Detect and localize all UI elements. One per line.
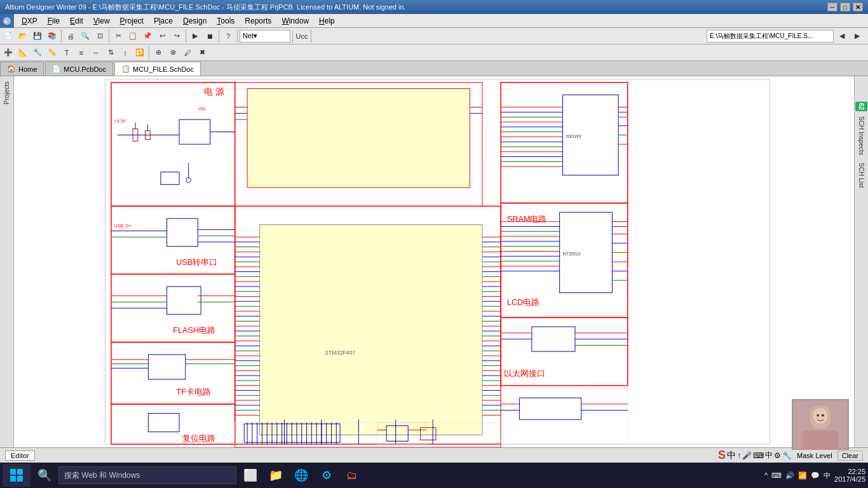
- title-bar: Altium Designer Winter 09 - E:\马帧数据采集工程\…: [0, 0, 868, 14]
- tb-cut[interactable]: ✂: [111, 29, 125, 43]
- tab-pcb-label: MCU.PcbDoc: [64, 65, 106, 73]
- tray-lang[interactable]: 中: [824, 471, 831, 480]
- tb-new[interactable]: 📄: [1, 29, 15, 43]
- mask-level-label: Mask Level: [797, 452, 832, 459]
- clock: 22:25 2017/4/25: [834, 468, 865, 483]
- tb-run[interactable]: ▶: [188, 29, 202, 43]
- taskbar-settings[interactable]: ⚙: [315, 464, 338, 487]
- svg-text:SRAM电路: SRAM电路: [507, 215, 547, 224]
- minimize-button[interactable]: ─: [827, 3, 837, 11]
- sch-inspects-label[interactable]: SCH Inspects: [857, 114, 866, 158]
- svg-point-227: [822, 414, 824, 417]
- tb2-8[interactable]: ⇅: [104, 46, 118, 60]
- svg-rect-47: [247, 88, 470, 187]
- pcb-icon: 📄: [52, 65, 61, 73]
- tb-path-dropdown[interactable]: E:\马帧数据采集工程\MCU_FILE.S...: [707, 30, 834, 43]
- taskbar-explorer[interactable]: 📁: [264, 464, 287, 487]
- menu-help[interactable]: Help: [314, 15, 340, 27]
- tab-home[interactable]: 🏠 Home: [0, 62, 44, 76]
- tray-network[interactable]: 📶: [798, 471, 807, 480]
- tb-print[interactable]: 🖨: [64, 29, 78, 43]
- tray-msg[interactable]: 💬: [811, 471, 820, 480]
- canvas-area[interactable]: 电 源 +3.3V +5V USB转串口: [14, 76, 858, 447]
- menu-dxp[interactable]: DXP: [17, 15, 43, 27]
- svg-point-226: [817, 414, 819, 417]
- tb2-12[interactable]: ⊗: [166, 46, 180, 60]
- menu-tools[interactable]: Tools: [212, 15, 240, 27]
- tray-volume[interactable]: 🔊: [785, 471, 794, 480]
- sidebar-projects[interactable]: Projects: [2, 79, 11, 107]
- tb2-13[interactable]: 🖊: [180, 46, 194, 60]
- menu-file[interactable]: File: [43, 15, 65, 27]
- taskbar-search[interactable]: 🔍: [33, 464, 56, 487]
- tb-dropdown1[interactable]: Net▾: [240, 30, 290, 43]
- tb2-9[interactable]: ↕: [118, 46, 132, 60]
- tab-sch-label: MCU_FILE.SchDoc: [133, 65, 194, 73]
- svg-point-225: [813, 408, 828, 424]
- tb-copy[interactable]: 📋: [126, 29, 140, 43]
- tb2-6[interactable]: ≡: [74, 46, 88, 60]
- tb-nav-back[interactable]: ◀: [835, 29, 849, 43]
- tb-save[interactable]: 💾: [31, 29, 44, 43]
- svg-text:USB_D+: USB_D+: [114, 224, 132, 229]
- svg-text:复位电路: 复位电路: [182, 434, 215, 443]
- ime-arrow-icon[interactable]: ↑: [737, 451, 741, 460]
- menu-view[interactable]: View: [88, 15, 115, 27]
- tb-zoom[interactable]: 🔍: [78, 29, 92, 43]
- sch-inspects-badge[interactable]: 62: [855, 102, 867, 111]
- tray-caret[interactable]: ^: [764, 471, 768, 479]
- tb2-10[interactable]: 🔁: [133, 46, 147, 60]
- tb2-7[interactable]: ↔: [89, 46, 103, 60]
- search-box[interactable]: 搜索 Web 和 Windows: [58, 466, 236, 484]
- tb-paste[interactable]: 📌: [140, 29, 154, 43]
- taskbar-task-view[interactable]: ⬜: [239, 464, 262, 487]
- start-button[interactable]: [3, 464, 31, 487]
- close-button[interactable]: ✕: [853, 3, 863, 11]
- tb-help[interactable]: ?: [221, 29, 235, 43]
- right-panel-tabs: 62 SCH Inspects SCH List: [854, 76, 868, 447]
- tb-zoomfit[interactable]: ⊡: [93, 29, 107, 43]
- tray-keyboard[interactable]: ⌨: [771, 471, 782, 480]
- tb-save-all[interactable]: 📚: [45, 29, 59, 43]
- tb2-5[interactable]: T: [60, 46, 74, 60]
- maximize-button[interactable]: □: [840, 3, 850, 11]
- editor-tab[interactable]: Editor: [5, 451, 35, 461]
- clear-button[interactable]: Clear: [837, 451, 863, 461]
- menu-edit[interactable]: Edit: [65, 15, 88, 27]
- tb-stop[interactable]: ⏹: [203, 29, 217, 43]
- sch-list-label[interactable]: SCH List: [857, 160, 866, 190]
- sch-icon: 📋: [121, 65, 130, 73]
- tb-open[interactable]: 📂: [16, 29, 30, 43]
- taskbar-browser[interactable]: 🌐: [290, 464, 313, 487]
- svg-rect-230: [10, 476, 16, 482]
- ime-zh-icon[interactable]: 中: [727, 450, 736, 461]
- ime-mic-icon[interactable]: 🎤: [742, 451, 752, 460]
- svg-text:电 源: 电 源: [204, 87, 224, 97]
- tab-pcb[interactable]: 📄 MCU.PcbDoc: [45, 62, 113, 76]
- tb2-11[interactable]: ⊕: [151, 46, 165, 60]
- tb-redo[interactable]: ↪: [170, 29, 184, 43]
- tb2-14[interactable]: ✖: [195, 46, 209, 60]
- tb-extra1[interactable]: Ucc: [295, 29, 309, 43]
- menu-window[interactable]: Window: [276, 15, 314, 27]
- ime-s-icon[interactable]: S: [718, 449, 726, 462]
- ime-kb-icon[interactable]: ⌨: [753, 451, 764, 460]
- tb-undo[interactable]: ↩: [155, 29, 169, 43]
- tb2-4[interactable]: 📏: [45, 46, 59, 60]
- menu-design[interactable]: Design: [178, 15, 212, 27]
- tb2-1[interactable]: ➕: [1, 46, 15, 60]
- taskbar-app1[interactable]: 🗂: [341, 464, 363, 487]
- tab-sch[interactable]: 📋 MCU_FILE.SchDoc: [114, 62, 201, 76]
- menu-reports[interactable]: Reports: [240, 15, 276, 27]
- ime-zh2-icon[interactable]: 中: [765, 450, 773, 461]
- svg-text:+3.3V: +3.3V: [114, 119, 126, 123]
- ime-settings-icon[interactable]: ⚙: [774, 451, 781, 460]
- window-controls[interactable]: ─ □ ✕: [827, 3, 863, 11]
- tb2-2[interactable]: 📐: [16, 46, 30, 60]
- menu-project[interactable]: Project: [115, 15, 149, 27]
- ime-tools-icon[interactable]: 🔧: [782, 451, 792, 460]
- menu-place[interactable]: Place: [149, 15, 178, 27]
- left-sidebar: Projects: [0, 76, 14, 447]
- tb-nav-fwd[interactable]: ▶: [850, 29, 864, 43]
- tb2-3[interactable]: 🔧: [31, 46, 44, 60]
